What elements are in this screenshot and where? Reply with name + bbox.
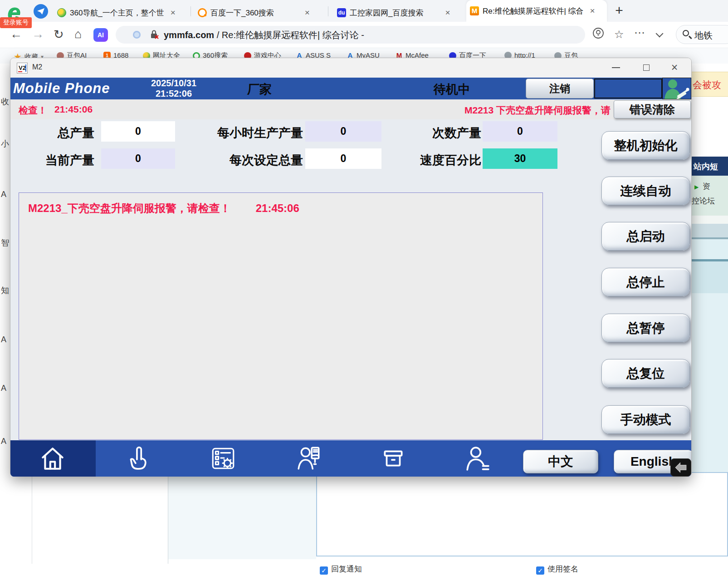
minimize-button[interactable]: [602, 58, 630, 78]
bg-panel-links: ▶ 资 控论坛: [691, 176, 728, 216]
hmi-screen: Mobile Phone 2025/10/31 21:52:06 厂家 待机中 …: [10, 78, 691, 477]
login-account-badge[interactable]: 登录账号: [0, 17, 32, 28]
hmi-brand: Mobile Phone: [13, 80, 110, 97]
reading-mode-icon[interactable]: [592, 27, 604, 41]
speed-percent-field[interactable]: 30: [483, 148, 557, 169]
operator-avatar-icon[interactable]: [662, 78, 691, 99]
bg-link[interactable]: 控论坛: [692, 196, 715, 206]
bg-column-border: [32, 477, 32, 564]
tab-label: Re:维伦触摸屏远程软件| 综合: [483, 6, 584, 16]
reply-textarea[interactable]: [316, 472, 728, 556]
reply-notify-option[interactable]: ✓回复通知: [320, 564, 362, 575]
back-icon[interactable]: ←: [10, 27, 22, 41]
stat-label: 每次设定总量: [205, 152, 303, 168]
checkbox-checked-icon[interactable]: ✓: [320, 566, 328, 575]
vnc-viewer-window[interactable]: V2 M2 × Mobile Phone 2025/10/31 21:52:06…: [10, 58, 692, 477]
manual-mode-button[interactable]: 手动模式: [601, 405, 690, 434]
tab-label: 工控家园网_百度搜索: [350, 8, 423, 18]
search-icon: [683, 30, 689, 36]
header-blank-field: [594, 79, 662, 98]
checkbox-label: 使用签名: [547, 565, 578, 573]
bg-sidebar-char: A: [1, 384, 6, 393]
language-chinese-button[interactable]: 中文: [523, 450, 598, 473]
chevron-down-icon[interactable]: [657, 29, 662, 38]
nav-paperplane-icon[interactable]: [34, 4, 48, 19]
stat-value-field[interactable]: 0: [305, 121, 381, 142]
bg-sidebar-char: A: [1, 335, 6, 345]
alarm-list[interactable]: M2213_下壳空盘升降伺服报警，请检查！21:45:06: [19, 192, 543, 440]
error-check-label: 检查！: [19, 104, 47, 117]
insecure-lock-icon[interactable]: [149, 30, 159, 41]
logout-button[interactable]: 注销: [526, 79, 594, 98]
bg-panel-header-text: 站内短: [694, 161, 718, 172]
forward-icon[interactable]: →: [32, 27, 44, 41]
site-info-icon[interactable]: [133, 31, 141, 39]
bg-warning-text: 会被攻: [693, 79, 721, 91]
360nav-favicon: [57, 8, 66, 17]
maximize-button[interactable]: [632, 58, 660, 78]
tab-close-icon[interactable]: ×: [445, 8, 450, 18]
bg-warning-bar: 会被攻: [691, 72, 728, 97]
home-icon[interactable]: ⌂: [74, 27, 82, 41]
new-tab-button[interactable]: +: [611, 3, 627, 18]
tab-gongkong-search[interactable]: du 工控家园网_百度搜索 ×: [333, 4, 464, 22]
address-bar[interactable]: ymmfa.com / Re:维伦触摸屏远程软件| 综合讨论 -: [116, 26, 585, 44]
master-stop-button[interactable]: 总停止: [601, 268, 690, 296]
home-icon[interactable]: [39, 445, 66, 473]
tray-icon[interactable]: [380, 445, 406, 473]
more-menu-icon[interactable]: ⋯: [634, 26, 645, 39]
use-signature-option[interactable]: ✓使用签名: [536, 564, 578, 575]
continuous-auto-button[interactable]: 连续自动: [601, 177, 690, 205]
bg-sidebar-char: A: [1, 190, 6, 199]
tab-label: 百度一下_360搜索: [210, 8, 274, 18]
error-check-time: 21:45:06: [54, 104, 93, 115]
recipe-settings-icon[interactable]: [210, 445, 236, 473]
quick-search-text: 地铁: [694, 30, 713, 42]
vnc-back-arrow-button[interactable]: [670, 458, 691, 477]
browser-tab-strip: 360导航_一个主页，整个世 × 百度一下_360搜索 × du 工控家园网_百…: [0, 0, 728, 22]
tab-forum-active[interactable]: M Re:维伦触摸屏远程软件| 综合 ×: [466, 0, 607, 22]
reload-icon[interactable]: ↻: [54, 27, 64, 42]
bg-row: [691, 224, 728, 237]
quick-search-box[interactable]: 地铁: [676, 25, 728, 44]
stat-value-field[interactable]: 0: [305, 148, 381, 169]
close-button[interactable]: ×: [660, 58, 689, 78]
bg-row: [691, 239, 728, 259]
bg-sidebar-char: 智: [1, 237, 9, 248]
hmi-date: 2025/10/31: [126, 78, 221, 89]
arrow-bullet-icon: ▶: [694, 184, 699, 190]
tab-360nav[interactable]: 360导航_一个主页，整个世 ×: [54, 4, 188, 22]
bg-column: [691, 293, 728, 477]
machine-init-button[interactable]: 整机初始化: [601, 131, 690, 160]
alarm-time: 21:45:06: [256, 202, 299, 214]
window-title-bar[interactable]: V2 M2 ×: [10, 58, 691, 78]
master-pause-button[interactable]: 总暂停: [601, 314, 690, 342]
master-reset-button[interactable]: 总复位: [601, 359, 690, 388]
alarm-entry: M2213_下壳空盘升降伺服报警，请检查！21:45:06: [28, 201, 299, 216]
tab-close-icon[interactable]: ×: [171, 8, 176, 18]
user-icon[interactable]: [464, 445, 490, 473]
tab-divider: [191, 6, 191, 16]
hmi-error-bar: 检查！ 21:45:06 M2213 下壳空盘升降伺服报警，请 错误清除: [10, 99, 691, 119]
url-text[interactable]: ymmfa.com / Re:维伦触摸屏远程软件| 综合讨论 -: [164, 29, 364, 41]
checkbox-checked-icon[interactable]: ✓: [536, 566, 544, 575]
stat-value-field[interactable]: 0: [101, 148, 175, 169]
bg-link[interactable]: 资: [703, 181, 710, 192]
stat-value-field[interactable]: 0: [483, 121, 557, 142]
bg-sidebar-char: 知: [1, 285, 9, 296]
tab-baidu-360search[interactable]: 百度一下_360搜索 ×: [194, 4, 326, 22]
360search-favicon: [198, 8, 207, 17]
tab-close-icon[interactable]: ×: [590, 6, 595, 16]
tab-close-icon[interactable]: ×: [305, 8, 310, 18]
stat-label: 当前产量: [20, 152, 94, 168]
bg-sidebar-char: A: [1, 437, 6, 446]
bookmark-star-icon[interactable]: ☆: [614, 28, 624, 41]
error-clear-button[interactable]: 错误清除: [614, 100, 691, 118]
operator-material-icon[interactable]: [296, 445, 322, 473]
error-message: M2213 下壳空盘升降伺服报警，请: [464, 104, 611, 117]
vnc-viewer-icon: V2: [17, 63, 28, 74]
master-start-button[interactable]: 总启动: [601, 222, 690, 251]
stat-value-field[interactable]: 0: [101, 121, 175, 142]
ai-assistant-button[interactable]: AI: [93, 28, 108, 42]
hand-press-icon[interactable]: [125, 445, 151, 473]
